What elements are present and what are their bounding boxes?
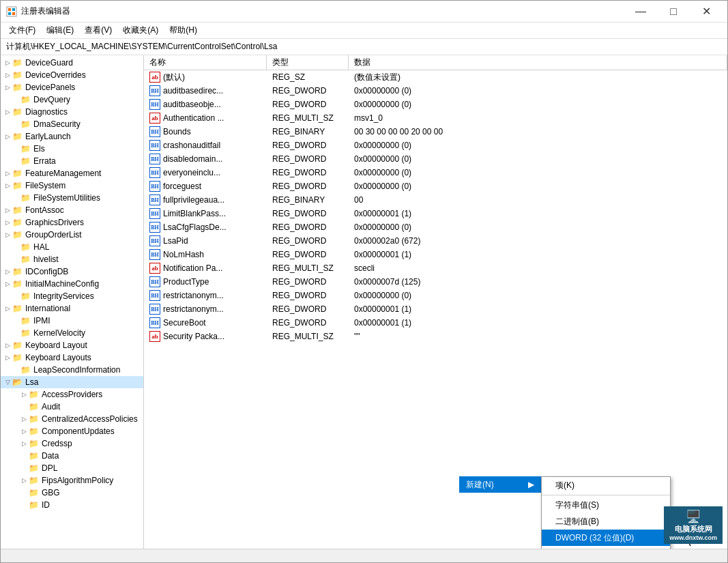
table-row[interactable]: BH NoLmHash REG_DWORD 0x00000001 (1) xyxy=(144,248,727,261)
cell-data: 0x00000000 (0) xyxy=(349,154,727,164)
tree-item-deviceoverrides[interactable]: ▷ 📁 DeviceOverrides xyxy=(1,69,143,81)
table-row[interactable]: BH restrictanonym... REG_DWORD 0x0000000… xyxy=(144,302,727,316)
tree-panel[interactable]: ▷ 📁 DeviceGuard ▷ 📁 DeviceOverrides ▷ 📁 … xyxy=(1,55,144,549)
table-row[interactable]: BH SecureBoot REG_DWORD 0x00000001 (1) xyxy=(144,316,727,330)
tree-item-fipsalgorithmpolicy[interactable]: ▷ 📁 FipsAlgorithmPolicy xyxy=(1,474,143,487)
tree-item-integrityservices[interactable]: 📁 IntegrityServices xyxy=(1,290,143,302)
tree-item-devquery[interactable]: 📁 DevQuery xyxy=(1,93,143,106)
tree-item-initialmachineconfig[interactable]: ▷ 📁 InitialMachineConfig xyxy=(1,278,143,290)
maximize-button[interactable]: □ xyxy=(658,1,689,22)
table-row[interactable]: BH forceguest REG_DWORD 0x00000000 (0) xyxy=(144,179,727,193)
cell-data: 00 xyxy=(349,194,727,205)
table-row[interactable]: BH ProductType REG_DWORD 0x0000007d (125… xyxy=(144,275,727,289)
table-row[interactable]: ab Notification Pa... REG_MULTI_SZ scecl… xyxy=(144,261,727,275)
submenu-item-binary[interactable]: 二进制值(B) xyxy=(542,513,670,530)
tree-label: InitialMachineConfig xyxy=(25,279,99,289)
tree-item-keyboard-layout[interactable]: ▷ 📁 Keyboard Layout xyxy=(1,339,143,351)
tree-item-audit[interactable]: 📁 Audit xyxy=(1,401,143,413)
expand-icon: ▷ xyxy=(3,84,12,91)
tree-item-featuremanagement[interactable]: ▷ 📁 FeatureManagement xyxy=(1,167,143,179)
tree-item-leapsecondinformation[interactable]: 📁 LeapSecondInformation xyxy=(1,364,143,376)
tree-item-grouporderlist[interactable]: ▷ 📁 GroupOrderList xyxy=(1,229,143,241)
tree-item-keyboard-layouts[interactable]: ▷ 📁 Keyboard Layouts xyxy=(1,351,143,364)
submenu-item-qword[interactable]: QWORD (64 位值)(Q) xyxy=(542,546,670,549)
tree-item-dpl[interactable]: 📁 DPL xyxy=(1,462,143,474)
tree-item-dmasecurity[interactable]: 📁 DmaSecurity xyxy=(1,118,143,130)
tree-item-earlylaunch[interactable]: ▷ 📁 EarlyLaunch xyxy=(1,130,143,143)
table-row[interactable]: ab Authentication ... REG_MULTI_SZ msv1_… xyxy=(144,111,727,125)
table-row[interactable]: BH Bounds REG_BINARY 00 30 00 00 00 20 0… xyxy=(144,125,727,139)
table-row[interactable]: ab (默认) REG_SZ (数值未设置) xyxy=(144,70,727,84)
menu-file[interactable]: 文件(F) xyxy=(3,23,41,38)
expand-icon: ▷ xyxy=(3,72,12,78)
tree-item-componentupdates[interactable]: ▷ 📁 ComponentUpdates xyxy=(1,425,143,437)
menu-favorites[interactable]: 收藏夹(A) xyxy=(117,23,164,38)
folder-icon: 📁 xyxy=(12,279,23,289)
table-row[interactable]: BH auditbaseobje... REG_DWORD 0x00000000… xyxy=(144,98,727,111)
tree-item-hivelist[interactable]: 📁 hivelist xyxy=(1,253,143,265)
tree-item-diagnostics[interactable]: ▷ 📁 Diagnostics xyxy=(1,106,143,118)
table-row[interactable]: BH fullprivilegeaua... REG_BINARY 00 xyxy=(144,193,727,207)
tree-item-kernelvelocity[interactable]: 📁 KernelVelocity xyxy=(1,327,143,339)
tree-item-fontassoc[interactable]: ▷ 📁 FontAssoc xyxy=(1,204,143,216)
tree-item-centralizedaccesspolicies[interactable]: ▷ 📁 CentralizedAccessPolicies xyxy=(1,413,143,425)
table-row[interactable]: BH restrictanonym... REG_DWORD 0x0000000… xyxy=(144,289,727,302)
cell-name: BH LsaCfgFlagsDe... xyxy=(144,221,267,233)
cell-data: msv1_0 xyxy=(349,113,727,124)
reg-icon-ab: ab xyxy=(149,263,160,274)
reg-icon-dword: BH xyxy=(149,222,160,233)
new-menu-item[interactable]: 新建(N) ▶ xyxy=(459,476,541,493)
tree-item-id[interactable]: 📁 ID xyxy=(1,499,143,511)
table-row[interactable]: ab Security Packa... REG_MULTI_SZ "" xyxy=(144,330,727,343)
expand-icon: ▷ xyxy=(3,59,12,66)
expand-icon: ▷ xyxy=(20,477,28,484)
expand-icon: ▷ xyxy=(3,342,12,349)
folder-icon-open: 📂 xyxy=(12,377,23,387)
table-row[interactable]: BH LsaPid REG_DWORD 0x000002a0 (672) xyxy=(144,234,727,248)
tree-item-errata[interactable]: 📁 Errata xyxy=(1,155,143,167)
table-row[interactable]: BH everyoneinclu... REG_DWORD 0x00000000… xyxy=(144,166,727,179)
submenu-item-dword[interactable]: DWORD (32 位值)(D) xyxy=(542,530,670,546)
tree-item-deviceguard[interactable]: ▷ 📁 DeviceGuard xyxy=(1,57,143,69)
menu-view[interactable]: 查看(V) xyxy=(79,23,117,38)
tree-item-graphicsdrivers[interactable]: ▷ 📁 GraphicsDrivers xyxy=(1,216,143,229)
submenu-item-string[interactable]: 字符串值(S) xyxy=(542,497,670,513)
table-row[interactable]: BH LsaCfgFlagsDe... REG_DWORD 0x00000000… xyxy=(144,220,727,234)
reg-icon-dword: BH xyxy=(149,276,160,287)
tree-item-els[interactable]: 📁 Els xyxy=(1,143,143,155)
tree-label: FipsAlgorithmPolicy xyxy=(42,476,113,485)
svg-rect-2 xyxy=(12,8,15,11)
minimize-button[interactable]: — xyxy=(625,1,656,22)
right-panel: 名称 类型 数据 ab (默认) REG_SZ (数值未设置) xyxy=(144,55,727,549)
folder-icon: 📁 xyxy=(20,291,31,301)
submenu-item-key[interactable]: 项(K) xyxy=(542,477,670,493)
tree-label: GroupOrderList xyxy=(25,230,82,240)
tree-item-credssp[interactable]: ▷ 📁 Credssp xyxy=(1,437,143,450)
cell-type: REG_DWORD xyxy=(267,208,349,219)
tree-item-international[interactable]: ▷ 📁 International xyxy=(1,302,143,315)
table-row[interactable]: BH LimitBlankPass... REG_DWORD 0x0000000… xyxy=(144,207,727,220)
tree-item-idconfigdb[interactable]: ▷ 📁 IDConfigDB xyxy=(1,265,143,278)
menu-edit[interactable]: 编辑(E) xyxy=(41,23,79,38)
tree-item-lsa[interactable]: ▽ 📂 Lsa xyxy=(1,376,143,388)
tree-item-filesystem[interactable]: ▷ 📁 FileSystem xyxy=(1,179,143,192)
tree-item-hal[interactable]: 📁 HAL xyxy=(1,241,143,253)
tree-item-ipmi[interactable]: 📁 IPMI xyxy=(1,315,143,327)
close-button[interactable]: ✕ xyxy=(690,1,722,22)
tree-item-filesystemutilities[interactable]: 📁 FileSystemUtilities xyxy=(1,192,143,204)
tree-item-data[interactable]: 📁 Data xyxy=(1,450,143,462)
menu-help[interactable]: 帮助(H) xyxy=(164,23,203,38)
table-row[interactable]: BH auditbasedirec... REG_DWORD 0x0000000… xyxy=(144,84,727,98)
reg-icon-dword: BH xyxy=(149,140,160,151)
tree-item-gbg[interactable]: 📁 GBG xyxy=(1,487,143,499)
tree-label: Data xyxy=(42,451,59,461)
tree-item-devicepanels[interactable]: ▷ 📁 DevicePanels xyxy=(1,81,143,93)
table-row[interactable]: BH crashonauditfail REG_DWORD 0x00000000… xyxy=(144,139,727,152)
folder-icon: 📁 xyxy=(20,119,31,129)
expand-icon: ▷ xyxy=(3,231,12,238)
reg-icon-dword: BH xyxy=(149,235,160,246)
tree-item-accessproviders[interactable]: ▷ 📁 AccessProviders xyxy=(1,388,143,401)
folder-icon: 📁 xyxy=(28,427,39,436)
tree-label: IntegrityServices xyxy=(33,291,94,301)
table-row[interactable]: BH disabledomain... REG_DWORD 0x00000000… xyxy=(144,152,727,166)
